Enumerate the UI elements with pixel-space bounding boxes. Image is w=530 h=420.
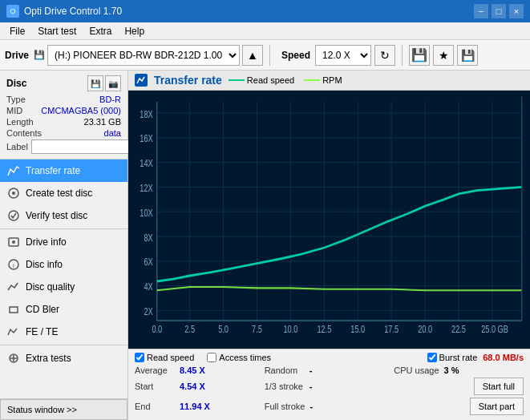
nav-verify-test-disc[interactable]: Verify test disc [0,204,127,227]
drive-info-icon [6,235,21,249]
nav-fe-te[interactable]: FE / TE [0,321,127,343]
length-label: Length [6,117,34,127]
speed-select[interactable]: 12.0 X [315,45,371,66]
save-button[interactable]: 💾 [457,45,478,66]
stats-row-3: End 11.94 X Full stroke - Start part [135,398,524,415]
menu-extra[interactable]: Extra [83,24,118,38]
nav-disc-info[interactable]: i Disc info [0,253,127,276]
drive-select[interactable]: (H:) PIONEER BD-RW BDR-212D 1.00 [47,45,240,66]
type-label: Type [6,95,26,104]
transfer-rate-icon [6,164,21,178]
menu-file[interactable]: File [3,24,31,38]
contents-value: data [104,128,121,138]
chart-svg: 2X 4X 6X 8X 10X 12X 14X 16X 18X 0.0 2.5 … [128,91,530,349]
refresh-button[interactable]: ↻ [374,45,395,66]
svg-text:4X: 4X [144,281,153,293]
disc-icon-btn-1[interactable]: 💾 [87,75,103,91]
burn-button[interactable]: ★ [433,45,454,66]
stroke-1-3-label: 1/3 stroke [265,382,305,391]
burst-rate-value: 68.0 MB/s [483,353,524,362]
toolbar-separator-2 [402,45,403,66]
svg-point-2 [9,211,18,220]
toolbar: Drive 💾 (H:) PIONEER BD-RW BDR-212D 1.00… [0,40,530,71]
svg-text:5.0: 5.0 [218,324,229,335]
nav-fe-te-label: FE / TE [26,326,58,337]
svg-point-1 [12,192,15,195]
svg-rect-13 [128,91,530,349]
sidebar: Disc 💾 📷 Type BD-R MID CMCMAGBA5 (000) L… [0,71,128,420]
disc-button[interactable]: 💾 [409,45,430,66]
maximize-button[interactable]: □ [492,4,506,18]
menu-bar: File Start test Extra Help [0,22,530,40]
nav-drive-info[interactable]: Drive info [0,231,127,253]
disc-quality-icon [6,280,21,294]
legend-read-speed-label: Read speed [247,75,294,85]
random-value: - [310,365,313,375]
menu-help[interactable]: Help [118,24,151,38]
start-full-button[interactable]: Start full [474,378,524,395]
nav-extra-tests[interactable]: Extra tests [0,347,127,370]
toolbar-separator-1 [269,45,270,66]
eject-button[interactable]: ▲ [242,45,263,66]
start-value: 4.54 X [180,382,205,391]
legend-rpm-label: RPM [322,75,342,85]
stats-cell-start-full: Start full [394,378,524,395]
legend-read-speed: Read speed [229,75,294,85]
nav-disc-quality[interactable]: Disc quality [0,276,127,298]
title-bar: O Opti Drive Control 1.70 − □ × [0,0,530,22]
full-stroke-value: - [310,402,313,411]
chart-container: 2X 4X 6X 8X 10X 12X 14X 16X 18X 0.0 2.5 … [128,91,530,349]
app-title: Opti Drive Control 1.70 [24,6,122,17]
status-window-btn[interactable]: Status window >> [0,399,127,420]
burst-rate-checkbox[interactable] [427,353,437,362]
start-label: Start [135,382,175,391]
nav-create-test-disc-label: Create test disc [26,188,92,199]
sidebar-status: Status window >> [0,398,127,420]
chart-title: Transfer rate [154,74,222,87]
burst-rate-checkbox-label: Burst rate [439,353,478,362]
stats-cell-average: Average 8.45 X [135,365,265,375]
speed-label: Speed [281,50,310,61]
nav-disc-quality-label: Disc quality [26,281,75,293]
cd-bler-icon [6,302,21,317]
svg-text:10.0: 10.0 [283,324,297,335]
minimize-button[interactable]: − [474,4,488,18]
drive-label: Drive [5,50,29,61]
full-stroke-label: Full stroke [265,402,305,411]
nav-transfer-rate-label: Transfer rate [26,165,80,176]
cpu-label: CPU usage [394,365,439,375]
svg-text:12.5: 12.5 [317,324,331,335]
stats-row-1: Average 8.45 X Random - CPU usage 3 % [135,365,524,375]
nav-cd-bler[interactable]: CD Bler [0,298,127,321]
nav-drive-info-label: Drive info [26,236,67,248]
menu-start-test[interactable]: Start test [31,24,83,38]
nav-divider-1 [0,228,127,229]
mid-label: MID [6,106,22,115]
content-area: Transfer rate Read speed RPM [128,71,530,420]
nav-menu: Transfer rate Create test disc Verify te… [0,160,127,398]
create-test-disc-icon [6,186,21,200]
start-part-button[interactable]: Start part [470,398,524,415]
nav-transfer-rate[interactable]: Transfer rate [0,160,127,182]
svg-point-4 [12,240,15,244]
close-button[interactable]: × [509,4,524,18]
legend-rpm: RPM [304,75,342,85]
svg-text:22.5: 22.5 [451,324,466,335]
svg-text:12X: 12X [140,183,153,194]
svg-text:25.0 GB: 25.0 GB [481,324,508,335]
stats-area: Read speed Access times Burst rate 68.0 … [128,349,530,420]
end-label: End [135,402,175,411]
disc-icon-btn-2[interactable]: 📷 [105,75,121,91]
disc-info-icon: i [6,257,21,272]
stats-row-2: Start 4.54 X 1/3 stroke - Start full [135,378,524,395]
access-times-checkbox[interactable] [207,353,216,362]
svg-text:6X: 6X [144,256,153,268]
disc-section: Disc 💾 📷 Type BD-R MID CMCMAGBA5 (000) L… [0,71,127,160]
nav-create-test-disc[interactable]: Create test disc [0,182,127,204]
stats-cell-full-stroke: Full stroke - [265,398,394,415]
stats-cell-start: Start 4.54 X [135,378,265,395]
svg-text:20.0: 20.0 [418,324,432,335]
read-speed-checkbox[interactable] [135,353,144,362]
average-value: 8.45 X [180,365,205,375]
stats-cell-end: End 11.94 X [135,398,265,415]
